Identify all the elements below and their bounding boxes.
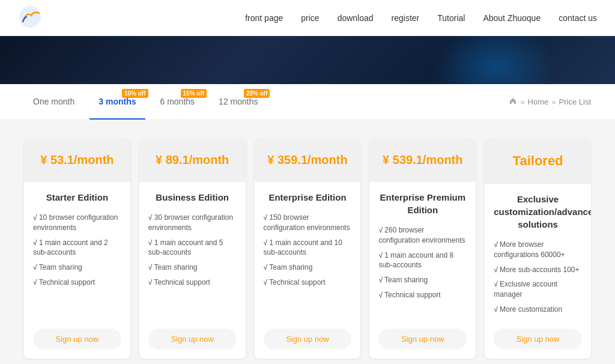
tab-badge-twelve-months: 20% off [244, 89, 270, 98]
tab-badge-three-months: 10% off [122, 89, 148, 98]
plan-card-1: ¥ 89.1/monthBusiness Edition30 browser c… [139, 138, 246, 359]
plan-features-0: 10 browser configuration environments1 m… [33, 213, 121, 320]
plan-body-0: Starter Edition10 browser configuration … [24, 182, 130, 359]
nav-item-about[interactable]: About Zhuoque [483, 13, 541, 23]
plan-feature: 10 browser configuration environments [33, 213, 121, 233]
tab-twelve-months[interactable]: 12 months20% off [210, 84, 267, 120]
plan-card-0: ¥ 53.1/monthStarter Edition10 browser co… [24, 138, 130, 359]
plan-feature: Technical support [148, 278, 237, 288]
plan-feature: Technical support [378, 290, 467, 300]
nav-item-tutorial[interactable]: Tutorial [437, 13, 465, 23]
plan-name-4: Exclusive customization/advanced solutio… [494, 193, 582, 231]
nav-item-download[interactable]: download [338, 13, 374, 23]
plan-feature: More sub-accounts 100+ [494, 265, 582, 275]
plan-feature: 1 main account and 2 sub-accounts [33, 238, 121, 258]
plan-feature: More customization [494, 305, 582, 315]
plan-body-4: Exclusive customization/advanced solutio… [485, 184, 591, 359]
plan-price-3: ¥ 539.1/month [369, 138, 476, 182]
plan-feature: Team sharing [33, 262, 121, 273]
plan-name-2: Enterprise Edition [264, 191, 352, 204]
breadcrumb-sep1: » [520, 97, 524, 106]
tab-badge-six-months: 15% off [181, 89, 207, 98]
plan-card-4: TailoredExclusive customization/advanced… [485, 138, 591, 359]
plan-feature: Technical support [264, 278, 352, 288]
signup-button-0[interactable]: Sign up now [33, 329, 121, 350]
plan-feature: Team sharing [378, 275, 467, 285]
hero-banner [0, 36, 615, 84]
tabs-section: One month3 months10% off6 months15% off1… [0, 84, 615, 120]
plan-price-1: ¥ 89.1/month [139, 138, 246, 182]
tab-one-month[interactable]: One month [24, 84, 83, 120]
nav-item-price[interactable]: price [301, 13, 319, 23]
header: front pagepricedownloadregisterTutorialA… [0, 0, 615, 36]
plan-feature: Exclusive account manager [494, 279, 582, 300]
plan-feature: 150 browser configuration environments [264, 213, 352, 233]
plan-features-4: More browser configurations 60000+More s… [494, 240, 582, 320]
plan-name-1: Business Edition [148, 191, 237, 204]
nav-item-register[interactable]: register [392, 13, 420, 23]
tab-six-months[interactable]: 6 months15% off [151, 84, 204, 120]
signup-button-1[interactable]: Sign up now [148, 329, 237, 350]
signup-button-2[interactable]: Sign up now [264, 329, 352, 350]
plan-feature: 1 main account and 5 sub-accounts [148, 238, 237, 258]
plan-feature: 260 browser configuration environments [378, 225, 467, 246]
plan-feature: Team sharing [148, 262, 237, 273]
plan-name-0: Starter Edition [33, 191, 121, 204]
plan-body-1: Business Edition30 browser configuration… [139, 182, 246, 359]
pricing-section: ¥ 53.1/monthStarter Edition10 browser co… [0, 120, 615, 364]
home-icon [509, 97, 517, 107]
pricing-grid: ¥ 53.1/monthStarter Edition10 browser co… [24, 138, 591, 359]
plan-features-3: 260 browser configuration environments1 … [378, 225, 467, 320]
billing-tabs: One month3 months10% off6 months15% off1… [24, 84, 267, 120]
plan-feature: 1 main account and 10 sub-accounts [264, 238, 352, 258]
plan-price-2: ¥ 359.1/month [255, 138, 361, 182]
breadcrumb-current: Price List [559, 97, 591, 106]
plan-price-4: Tailored [485, 138, 591, 184]
svg-point-0 [19, 6, 41, 28]
plan-feature: Team sharing [264, 262, 352, 273]
plan-price-0: ¥ 53.1/month [24, 138, 130, 182]
plan-feature: Technical support [33, 278, 121, 288]
breadcrumb: » Home » Price List [509, 97, 591, 107]
signup-button-4[interactable]: Sign up now [494, 329, 582, 350]
plan-feature: 1 main account and 8 sub-accounts [378, 250, 467, 271]
tab-three-months[interactable]: 3 months10% off [89, 84, 145, 120]
plan-feature: 30 browser configuration environments [148, 213, 237, 233]
main-nav: front pagepricedownloadregisterTutorialA… [245, 13, 597, 23]
plan-feature: More browser configurations 60000+ [494, 240, 582, 260]
breadcrumb-home[interactable]: Home [528, 97, 549, 106]
signup-button-3[interactable]: Sign up now [378, 329, 467, 350]
plan-card-2: ¥ 359.1/monthEnterprise Edition150 brows… [255, 138, 361, 359]
nav-item-contact[interactable]: contact us [559, 13, 597, 23]
plan-body-2: Enterprise Edition150 browser configurat… [255, 182, 361, 359]
breadcrumb-sep2: » [551, 97, 556, 106]
nav-item-front-page[interactable]: front page [245, 13, 283, 23]
logo [18, 5, 48, 31]
plan-features-1: 30 browser configuration environments1 m… [148, 213, 237, 320]
plan-features-2: 150 browser configuration environments1 … [264, 213, 352, 320]
plan-body-3: Enterprise Premium Edition260 browser co… [369, 182, 476, 359]
plan-card-3: ¥ 539.1/monthEnterprise Premium Edition2… [369, 138, 476, 359]
plan-name-3: Enterprise Premium Edition [378, 191, 467, 216]
